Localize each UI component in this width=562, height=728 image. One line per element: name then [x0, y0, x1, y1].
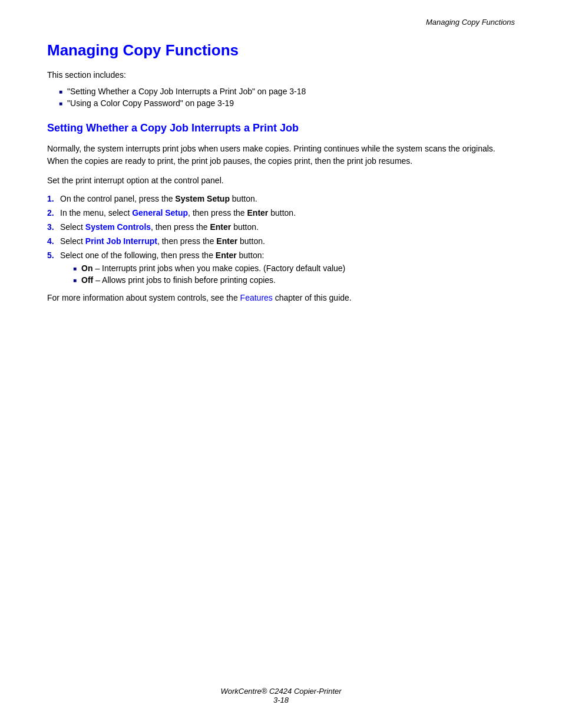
section1-heading: Setting Whether a Copy Job Interrupts a …	[47, 122, 515, 134]
step-2: 2. In the menu, select General Setup, th…	[47, 208, 515, 218]
sub-bullet-on: On – Interrupts print jobs when you make…	[73, 263, 345, 273]
sub-bullet-on-content: On – Interrupts print jobs when you make…	[81, 263, 345, 273]
step-3-num: 3.	[47, 222, 60, 232]
footer-note-before: For more information about system contro…	[47, 293, 240, 302]
page-container: Managing Copy Functions Managing Copy Fu…	[0, 0, 562, 728]
step-4-num: 4.	[47, 236, 60, 246]
step-5-text-after: button:	[237, 251, 265, 260]
toc-item-1-text: "Setting Whether a Copy Job Interrupts a…	[67, 87, 306, 96]
sub-bullet-on-bold: On	[81, 263, 92, 273]
step-2-bold-blue: General Setup	[132, 208, 188, 218]
step-1-bold: System Setup	[175, 194, 230, 203]
step-4-bold-blue: Print Job Interrupt	[85, 236, 157, 246]
sub-bullet-off-content: Off – Allows print jobs to finish before…	[81, 275, 276, 285]
step-4-bold2: Enter	[216, 236, 237, 246]
sub-bullet-off-text: – Allows print jobs to finish before pri…	[93, 275, 276, 285]
section1-footer-note: For more information about system contro…	[47, 292, 515, 304]
sub-bullet-off: Off – Allows print jobs to finish before…	[73, 275, 345, 285]
step-3-text-before: Select	[60, 222, 85, 232]
step-3-text-middle: , then press the	[151, 222, 210, 232]
step-2-text-before: In the menu, select	[60, 208, 132, 218]
step-2-content: In the menu, select General Setup, then …	[60, 208, 296, 218]
step-5-text-before: Select one of the following, then press …	[60, 251, 216, 260]
header-right-text: Managing Copy Functions	[426, 18, 515, 27]
step-4-text-after: button.	[237, 236, 265, 246]
sub-bullet-off-bold: Off	[81, 275, 93, 285]
step-5: 5. Select one of the following, then pre…	[47, 251, 515, 287]
step-3: 3. Select System Controls, then press th…	[47, 222, 515, 232]
step-2-text-middle: , then press the	[188, 208, 247, 218]
header-right: Managing Copy Functions	[426, 18, 515, 27]
step-3-bold-blue: System Controls	[85, 222, 151, 232]
sub-bullet-list: On – Interrupts print jobs when you make…	[73, 263, 345, 285]
toc-item-1: "Setting Whether a Copy Job Interrupts a…	[59, 87, 515, 96]
steps-list: 1. On the control panel, press the Syste…	[47, 194, 515, 287]
step-4-content: Select Print Job Interrupt, then press t…	[60, 236, 265, 246]
section1-body1: Normally, the system interrupts print jo…	[47, 143, 515, 167]
section-intro: This section includes:	[47, 70, 515, 80]
footer-note-link[interactable]: Features	[240, 293, 273, 302]
toc-item-2-text: "Using a Color Copy Password" on page 3-…	[67, 98, 234, 108]
section1-body2: Set the print interrupt option at the co…	[47, 174, 515, 187]
step-4-text-before: Select	[60, 236, 85, 246]
step-2-num: 2.	[47, 208, 60, 218]
step-4: 4. Select Print Job Interrupt, then pres…	[47, 236, 515, 246]
step-4-text-middle: , then press the	[157, 236, 216, 246]
page-footer: WorkCentre® C2424 Copier-Printer 3-18	[0, 687, 562, 704]
footer-line2: 3-18	[0, 696, 562, 704]
step-3-content: Select System Controls, then press the E…	[60, 222, 259, 232]
toc-list: "Setting Whether a Copy Job Interrupts a…	[59, 87, 515, 108]
step-1-text-before: On the control panel, press the	[60, 194, 175, 203]
page-title: Managing Copy Functions	[47, 41, 515, 60]
step-2-text-after: button.	[268, 208, 296, 218]
step-5-num: 5.	[47, 251, 60, 260]
sub-bullet-on-text: – Interrupts print jobs when you make co…	[93, 263, 346, 273]
toc-item-2: "Using a Color Copy Password" on page 3-…	[59, 98, 515, 108]
step-5-content: Select one of the following, then press …	[60, 251, 345, 287]
step-1-num: 1.	[47, 194, 60, 203]
step-2-bold2: Enter	[247, 208, 269, 218]
footer-line1: WorkCentre® C2424 Copier-Printer	[0, 687, 562, 696]
footer-note-after: chapter of this guide.	[273, 293, 352, 302]
step-1-text-after: button.	[230, 194, 257, 203]
step-3-bold2: Enter	[210, 222, 231, 232]
step-5-bold2: Enter	[216, 251, 237, 260]
step-1-content: On the control panel, press the System S…	[60, 194, 257, 203]
step-3-text-after: button.	[231, 222, 259, 232]
step-1: 1. On the control panel, press the Syste…	[47, 194, 515, 203]
